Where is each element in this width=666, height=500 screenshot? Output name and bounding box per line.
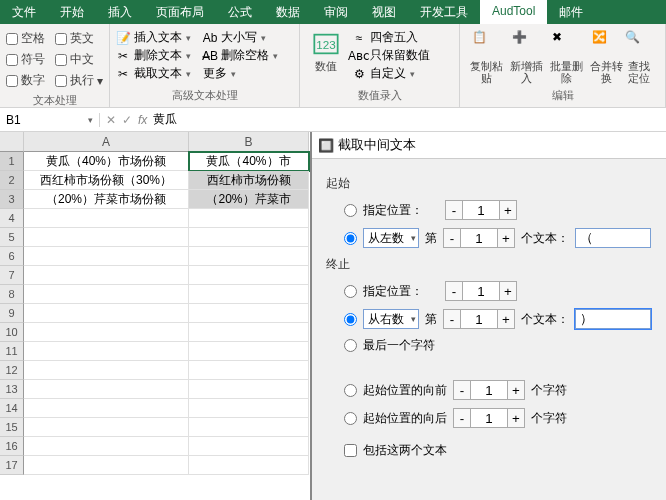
- cell-b1[interactable]: 黄瓜（40%）市: [189, 152, 309, 171]
- cancel-icon[interactable]: ✕: [106, 113, 116, 127]
- row-header-16[interactable]: 16: [0, 437, 24, 456]
- confirm-icon[interactable]: ✓: [122, 113, 132, 127]
- tab-audtool[interactable]: AudTool: [480, 0, 547, 24]
- btn-round[interactable]: 四舍五入: [370, 29, 418, 46]
- input-end-text[interactable]: [575, 309, 651, 329]
- row-header-2[interactable]: 2: [0, 171, 24, 190]
- btn-batchdel[interactable]: ✖批量删除: [546, 28, 586, 86]
- row-header-12[interactable]: 12: [0, 361, 24, 380]
- namebox-dd-icon: ▾: [88, 115, 93, 125]
- tab-insert[interactable]: 插入: [96, 0, 144, 24]
- row-header-9[interactable]: 9: [0, 304, 24, 323]
- find-icon: 🔍: [625, 30, 653, 58]
- dialog-icon: 🔲: [318, 138, 334, 153]
- row-header-17[interactable]: 17: [0, 456, 24, 475]
- dialog-title: 🔲 截取中间文本: [312, 132, 666, 159]
- tab-dev[interactable]: 开发工具: [408, 0, 480, 24]
- btn-find[interactable]: 🔍查找定位: [626, 28, 652, 86]
- extract-text-icon: ✂: [116, 67, 130, 81]
- row-header-7[interactable]: 7: [0, 266, 24, 285]
- btn-insert-text[interactable]: 插入文本: [134, 29, 182, 46]
- spinner-start-fromleft[interactable]: -+: [443, 228, 515, 248]
- chk-chinese[interactable]: 中文: [55, 51, 94, 68]
- add-icon: ➕: [512, 30, 540, 58]
- cell-a2[interactable]: 西红柿市场份额（30%）: [24, 171, 189, 190]
- row-header-10[interactable]: 10: [0, 323, 24, 342]
- select-all-corner[interactable]: [0, 132, 24, 152]
- spinner-end-pos[interactable]: -+: [445, 281, 517, 301]
- combo-fromleft[interactable]: 从左数: [363, 228, 419, 248]
- label-include: 包括这两个文本: [363, 442, 447, 459]
- row-header-13[interactable]: 13: [0, 380, 24, 399]
- chk-number[interactable]: 数字: [6, 72, 45, 89]
- radio-after-start[interactable]: [344, 412, 357, 425]
- tab-home[interactable]: 开始: [48, 0, 96, 24]
- combo-fromright[interactable]: 从右数: [363, 309, 419, 329]
- spinner-before[interactable]: -+: [453, 380, 525, 400]
- btn-merge[interactable]: 🔀合并转换: [586, 28, 626, 86]
- cell-a1[interactable]: 黄瓜（40%）市场份额: [24, 152, 189, 171]
- round-icon: ≈: [352, 31, 366, 45]
- ribbon: 空格 英文 符号 中文 数字 执行▾ 文本处理 📝 插入文本▾ Ab 大小写▾ …: [0, 24, 666, 108]
- spinner-after[interactable]: -+: [453, 408, 525, 428]
- col-header-b[interactable]: B: [189, 132, 309, 152]
- radio-start-fromleft[interactable]: [344, 232, 357, 245]
- row-header-8[interactable]: 8: [0, 285, 24, 304]
- formula-bar: B1▾ ✕ ✓ fx 黄瓜: [0, 108, 666, 132]
- tab-mail[interactable]: 邮件: [547, 0, 595, 24]
- spinner-start-pos[interactable]: -+: [445, 200, 517, 220]
- row-header-15[interactable]: 15: [0, 418, 24, 437]
- tab-formula[interactable]: 公式: [216, 0, 264, 24]
- input-start-text[interactable]: [575, 228, 651, 248]
- row-header-5[interactable]: 5: [0, 228, 24, 247]
- radio-start-pos[interactable]: [344, 204, 357, 217]
- tab-review[interactable]: 审阅: [312, 0, 360, 24]
- spin-dec[interactable]: -: [445, 200, 463, 220]
- label-after-start: 起始位置的向后: [363, 410, 447, 427]
- radio-lastchar[interactable]: [344, 339, 357, 352]
- label-lastchar: 最后一个字符: [363, 337, 435, 354]
- chk-english[interactable]: 英文: [55, 30, 94, 47]
- tab-view[interactable]: 视图: [360, 0, 408, 24]
- formula-value[interactable]: 黄瓜: [153, 111, 177, 128]
- case-icon: Ab: [203, 31, 217, 45]
- btn-keepnum[interactable]: 只保留数值: [370, 47, 430, 64]
- row-header-1[interactable]: 1: [0, 152, 24, 171]
- chk-include[interactable]: [344, 444, 357, 457]
- btn-delete-text[interactable]: 删除文本: [134, 47, 182, 64]
- btn-paste[interactable]: 📋复制粘贴: [466, 28, 506, 86]
- paste-icon: 📋: [472, 30, 500, 58]
- radio-end-fromright[interactable]: [344, 313, 357, 326]
- row-header-4[interactable]: 4: [0, 209, 24, 228]
- tab-file[interactable]: 文件: [0, 0, 48, 24]
- btn-more[interactable]: 更多: [203, 65, 227, 82]
- btn-case[interactable]: 大小写: [221, 29, 257, 46]
- section-end: 终止: [326, 256, 652, 273]
- btn-numval[interactable]: 123 数值: [306, 28, 346, 83]
- spinner-end-fromright[interactable]: -+: [443, 309, 515, 329]
- tab-layout[interactable]: 页面布局: [144, 0, 216, 24]
- spreadsheet-grid[interactable]: A B 1黄瓜（40%）市场份额黄瓜（40%）市 2西红柿市场份额（30%）西红…: [0, 132, 310, 500]
- btn-extract-text[interactable]: 截取文本: [134, 65, 182, 82]
- row-header-6[interactable]: 6: [0, 247, 24, 266]
- btn-delete-space[interactable]: 删除空格: [221, 47, 269, 64]
- chk-symbol[interactable]: 符号: [6, 51, 45, 68]
- chk-space[interactable]: 空格: [6, 30, 45, 47]
- spin-val[interactable]: [463, 200, 499, 220]
- radio-before-start[interactable]: [344, 384, 357, 397]
- tab-data[interactable]: 数据: [264, 0, 312, 24]
- spin-inc[interactable]: +: [499, 200, 517, 220]
- cell-b3[interactable]: （20%）芹菜市: [189, 190, 309, 209]
- row-header-14[interactable]: 14: [0, 399, 24, 418]
- row-header-3[interactable]: 3: [0, 190, 24, 209]
- cell-a3[interactable]: （20%）芹菜市场份额: [24, 190, 189, 209]
- cell-b2[interactable]: 西红柿市场份额: [189, 171, 309, 190]
- fx-icon[interactable]: fx: [138, 113, 147, 127]
- row-header-11[interactable]: 11: [0, 342, 24, 361]
- col-header-a[interactable]: A: [24, 132, 189, 152]
- chk-execute[interactable]: 执行▾: [55, 72, 103, 89]
- btn-add[interactable]: ➕新增插入: [506, 28, 546, 86]
- radio-end-pos[interactable]: [344, 285, 357, 298]
- name-box[interactable]: B1▾: [0, 113, 100, 127]
- btn-custom[interactable]: 自定义: [370, 65, 406, 82]
